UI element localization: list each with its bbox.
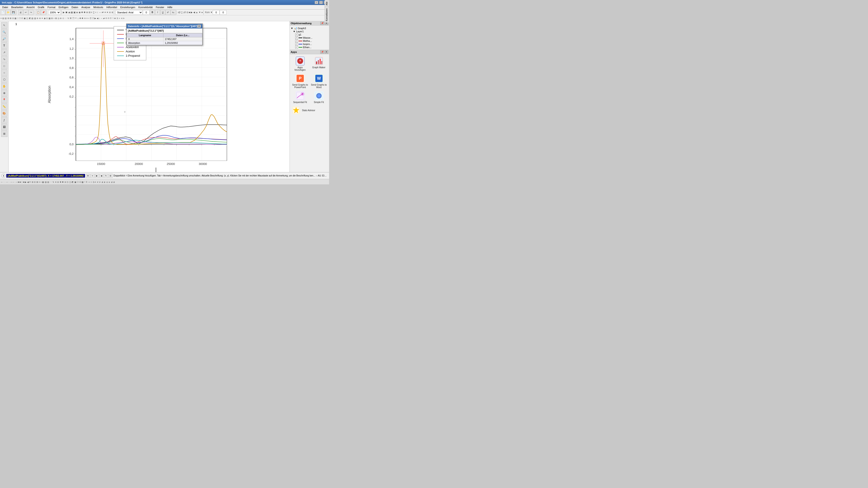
pointer-tool[interactable]: ↖ — [1, 22, 7, 29]
kom-input2[interactable] — [220, 10, 226, 15]
apps-pin-button[interactable]: 📌 — [320, 51, 324, 54]
menu-fenster[interactable]: Fenster — [154, 5, 165, 9]
tree-item-wasse[interactable]: ✓ Wasse... — [291, 36, 328, 39]
minimize-button[interactable]: − — [315, 1, 318, 4]
print-button[interactable]: 🖨 — [18, 10, 23, 15]
metha-checkbox[interactable]: ✓ — [295, 39, 298, 42]
undo-button[interactable]: ↩ — [23, 10, 28, 15]
italic-button[interactable]: I — [155, 10, 160, 15]
legend-line-acetonitril — [117, 47, 124, 47]
formula-tool[interactable]: ƒ — [1, 117, 7, 123]
dateninfo-popup[interactable]: Dateninfo • [AdMatPraktikum]"2.2.1"![G,"… — [126, 24, 203, 45]
data-reader-tool[interactable]: 📍 — [1, 97, 7, 103]
dateninfo-close-button[interactable]: ✕ — [197, 25, 201, 28]
arrow-tool[interactable]: ↗ — [1, 49, 7, 56]
menu-konnektivitaet[interactable]: Konnektivität — [137, 5, 154, 9]
superscript-button[interactable]: x² — [165, 10, 170, 15]
copy-button[interactable]: 📋 — [36, 10, 41, 15]
new-file-button[interactable]: 📄 — [0, 10, 5, 15]
menu-grafik[interactable]: Grafik — [36, 5, 46, 9]
svg-text:0,8: 0,8 — [69, 66, 73, 70]
font-size-input[interactable] — [143, 10, 150, 15]
menu-minitools[interactable]: Minitools — [92, 5, 104, 9]
zoom-select[interactable]: 100% — [48, 10, 61, 15]
status-tool-2[interactable]: ≡ — [90, 174, 94, 178]
tree-item-graph3[interactable]: ▼ 📊 Graph3 — [291, 26, 328, 30]
menu-einstellungen[interactable]: Einstellungen — [119, 5, 136, 9]
graph3-label: Graph3 — [298, 27, 306, 30]
rect-tool[interactable]: □ — [1, 63, 7, 69]
redo-button[interactable]: ↪ — [29, 10, 33, 15]
wasse-checkbox[interactable]: ✓ — [295, 36, 298, 39]
pan-tool[interactable]: ✋ — [1, 83, 7, 90]
color-fill-tool[interactable]: 🎨 — [1, 110, 7, 117]
status-tool-6[interactable]: ⊞ — [108, 174, 113, 178]
app-send-powerpoint[interactable]: P Send Graphs to PowerPoint — [291, 73, 309, 90]
dateninfo-absorption-label: Absorption — [127, 41, 163, 45]
panel-pin-button[interactable]: 📌 — [320, 22, 324, 25]
tree-item-metha[interactable]: ✓ Metha... — [291, 39, 328, 42]
screen-reader-tool[interactable]: 📏 — [1, 103, 7, 110]
save-button[interactable]: 💾 — [11, 10, 16, 15]
menu-daten[interactable]: Daten — [70, 5, 80, 9]
app-graph-maker[interactable]: Graph Maker — [310, 56, 328, 72]
tree-item-g1[interactable]: ✓ g1 — [291, 33, 328, 36]
ethan-color-bar — [299, 47, 302, 48]
ethan-checkbox[interactable]: ✓ — [295, 46, 298, 48]
dateninfo-row-absorption: Absorption 1,29150992 — [127, 41, 202, 45]
tree-item-isopro[interactable]: ✓ Isopro... — [291, 42, 328, 46]
legend-item-acetonitril: Acetonitril — [117, 45, 143, 49]
svg-text:Absorption: Absorption — [47, 86, 51, 103]
app-send-word[interactable]: W Send Graphs to Word — [310, 73, 328, 90]
menu-bearbeiten[interactable]: Bearbeiten — [10, 5, 25, 9]
graph-area[interactable]: 1 — [8, 21, 289, 172]
text-tool[interactable]: T — [1, 42, 7, 49]
right-tab-konnektoren[interactable]: Konnektoren — [325, 7, 329, 23]
status-tool-5[interactable]: ↻ — [104, 174, 108, 178]
app-stats-advisor[interactable]: Stats Advisor — [291, 105, 328, 115]
window-title: test.opju - C:\Users\Klaus Schaper\Docum… — [2, 1, 143, 4]
bold-button[interactable]: B — [150, 10, 155, 15]
status-tool-1[interactable]: ⚙ — [86, 174, 90, 178]
image-tool[interactable]: 🖼 — [1, 124, 7, 130]
polygon-tool[interactable]: ⬡ — [1, 76, 7, 83]
app-stats-advisor-icon — [292, 106, 300, 114]
expand-tool[interactable]: ⊞ — [1, 131, 7, 137]
right-tab-alle[interactable]: Alle — [325, 0, 329, 7]
apps-close-button[interactable]: ✕ — [324, 51, 328, 54]
font-select[interactable]: Standard: Arial — [116, 10, 143, 15]
menu-ansicht[interactable]: Ansicht — [25, 5, 36, 9]
open-button[interactable]: 📁 — [6, 10, 11, 15]
menu-einfuegen[interactable]: Einfügen — [57, 5, 70, 9]
underline-button[interactable]: U — [160, 10, 165, 15]
subscript-button[interactable]: x₂ — [170, 10, 176, 15]
kom-input[interactable] — [213, 10, 219, 15]
status-tool-3[interactable]: ▶ — [95, 174, 99, 178]
g1-checkbox[interactable]: ✓ — [295, 33, 298, 36]
app-simple-fit[interactable]: Simple Fit — [310, 90, 328, 104]
status-tool-4[interactable]: ◀ — [99, 174, 103, 178]
app-hinzufuegen[interactable]: + Apps hinzufügen — [291, 56, 309, 72]
dateninfo-header[interactable]: Dateninfo • [AdMatPraktikum]"2.2.1"![G,"… — [127, 24, 202, 29]
curve-tool[interactable]: ∿ — [1, 56, 7, 62]
sep7 — [204, 10, 204, 15]
objektverwaltung-title: Objektverwaltung — [291, 22, 311, 25]
tree-item-ethan[interactable]: ✓ Ethan... — [291, 46, 328, 49]
circle-tool[interactable]: ○ — [1, 70, 7, 76]
toolbar-icons-group: ▶ ⏹ ⏏ ▦ ▣ ◈ ◉ ✚ ✱ ⊕ ⊞ ≡ ∑ ≈ ↕ ↔ ⇄ ✦ ⁕ ※ … — [63, 11, 113, 13]
menu-hilfsmittel[interactable]: Hilfsmittel — [105, 5, 119, 9]
zoom-out-tool[interactable]: 🔎 — [1, 36, 7, 42]
metha-label: Metha... — [303, 39, 312, 42]
tree-item-layer1[interactable]: ▼ Layer1 — [291, 30, 328, 33]
menu-format[interactable]: Format — [46, 5, 57, 9]
paste-button[interactable]: 📌 — [41, 10, 46, 15]
app-stats-advisor-label: Stats Advisor — [302, 109, 315, 111]
menu-analyse[interactable]: Analyse — [80, 5, 92, 9]
crosshair-tool[interactable]: ⊕ — [1, 90, 7, 96]
zoom-in-tool[interactable]: 🔍 — [1, 29, 7, 35]
menu-datei[interactable]: Datei — [1, 5, 9, 9]
menu-hilfe[interactable]: Hilfe — [166, 5, 174, 9]
app-sequential-fit[interactable]: Sequential Fit — [291, 90, 309, 104]
isopro-checkbox[interactable]: ✓ — [295, 43, 298, 45]
maximize-button[interactable]: □ — [319, 1, 323, 4]
